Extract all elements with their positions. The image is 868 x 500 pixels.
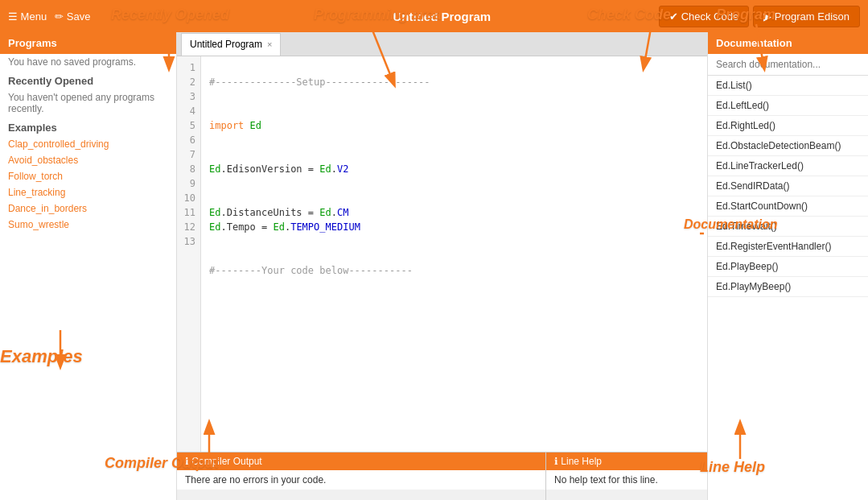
example-item[interactable]: Follow_torch — [0, 168, 176, 184]
tab-label: Untitled Program — [190, 39, 262, 50]
no-recent-text: You haven't opened any programs recently… — [0, 89, 176, 117]
examples-title: Examples — [0, 117, 176, 136]
example-item[interactable]: Dance_in_borders — [0, 200, 176, 217]
editor-area: 12345 678910 111213 #--------------Setup… — [177, 56, 707, 452]
example-item[interactable]: Clap_controlled_driving — [0, 136, 176, 152]
compiler-output-header: ℹ Compiler Output — [177, 452, 545, 470]
line-help-header: ℹ Line Help — [546, 452, 707, 470]
program-title: Untitled Program — [225, 10, 659, 23]
menu-button[interactable]: ☰ Menu — [8, 10, 47, 23]
compiler-output-body: There are no errors in your code. — [177, 470, 545, 490]
doc-item[interactable]: Ed.SendIRData() — [708, 176, 868, 196]
program-edison-button[interactable]: ▶ Program Edison — [753, 6, 860, 27]
center-area: Untitled Program × 12345 678910 111213 #… — [177, 32, 707, 500]
line-help-body: No help text for this line. — [546, 470, 707, 490]
documentation-search[interactable] — [708, 54, 868, 76]
tab-bar: Untitled Program × — [177, 32, 707, 56]
example-item[interactable]: Avoid_obstacles — [0, 152, 176, 168]
doc-item[interactable]: Ed.RightLed() — [708, 116, 868, 136]
doc-item[interactable]: Ed.StartCountDown() — [708, 196, 868, 217]
bottom-bar: ℹ Compiler Output There are no errors in… — [177, 452, 707, 500]
code-editor[interactable]: #--------------Setup------------------ i… — [201, 56, 707, 452]
example-item[interactable]: Line_tracking — [0, 184, 176, 200]
doc-item[interactable]: Ed.ObstacleDetectionBeam() — [708, 136, 868, 156]
documentation-list: Ed.List() Ed.LeftLed() Ed.RightLed() Ed.… — [708, 76, 868, 500]
line-numbers: 12345 678910 111213 — [177, 56, 201, 452]
line-help-panel: ℹ Line Help No help text for this line. — [546, 452, 707, 500]
check-code-button[interactable]: ✔ Check Code — [659, 6, 749, 27]
no-saved-text: You have no saved programs. — [0, 54, 176, 70]
tab-untitled-program[interactable]: Untitled Program × — [181, 33, 281, 56]
documentation-header: Documentation — [708, 32, 868, 54]
right-panel: Documentation Ed.List() Ed.LeftLed() Ed.… — [707, 32, 868, 500]
compiler-output-panel: ℹ Compiler Output There are no errors in… — [177, 452, 546, 500]
doc-item[interactable]: Ed.PlayMyBeep() — [708, 277, 868, 297]
top-bar-left: ☰ Menu ✏ Save — [8, 10, 225, 23]
example-item[interactable]: Sumo_wrestle — [0, 217, 176, 233]
main-layout: Programs You have no saved programs. Rec… — [0, 32, 868, 500]
save-button[interactable]: ✏ Save — [55, 10, 90, 23]
doc-item[interactable]: Ed.List() — [708, 76, 868, 96]
doc-item[interactable]: Ed.LineTrackerLed() — [708, 156, 868, 176]
top-bar: ☰ Menu ✏ Save Untitled Program ✔ Check C… — [0, 0, 868, 32]
doc-item[interactable]: Ed.LeftLed() — [708, 96, 868, 116]
recently-opened-title: Recently Opened — [0, 70, 176, 89]
doc-item[interactable]: Ed.RegisterEventHandler() — [708, 237, 868, 257]
sidebar: Programs You have no saved programs. Rec… — [0, 32, 177, 500]
programs-header: Programs — [0, 32, 176, 54]
doc-item[interactable]: Ed.TimeWait() — [708, 217, 868, 237]
tab-close-icon[interactable]: × — [267, 39, 272, 49]
doc-item[interactable]: Ed.PlayBeep() — [708, 257, 868, 277]
top-bar-right: ✔ Check Code ▶ Program Edison — [659, 6, 860, 27]
